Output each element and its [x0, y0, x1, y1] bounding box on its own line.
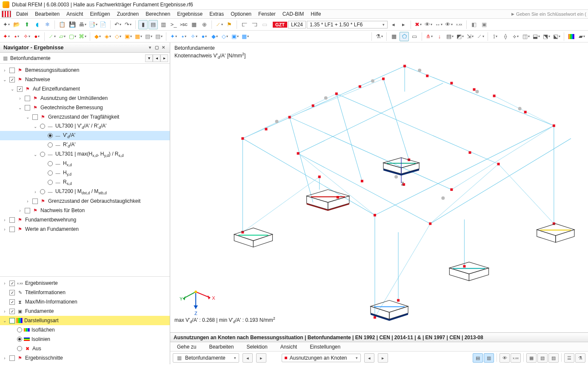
color-scale[interactable]	[567, 32, 576, 41]
dock-tool-grid1[interactable]: ▦	[526, 353, 537, 363]
tool-g[interactable]: ▨	[154, 32, 163, 41]
tool-f[interactable]: ▧	[144, 32, 153, 41]
menu-berechnen[interactable]: Berechnen	[142, 10, 174, 18]
menu-extras[interactable]: Extras	[206, 10, 227, 18]
panel3-button[interactable]: ▥	[159, 20, 168, 29]
new-button[interactable]: ✦	[2, 20, 11, 29]
subheader-next[interactable]: ▸	[160, 54, 168, 62]
load4[interactable]: ●	[200, 32, 209, 41]
dimension-button[interactable]: ↔	[434, 20, 443, 29]
loadcase3-button[interactable]: ▭	[260, 20, 269, 29]
tree-ergebniswerte[interactable]: Ergebniswerte	[25, 280, 58, 286]
tree-isoflaechen[interactable]: Isoflächen	[31, 327, 55, 333]
tree-isolinien[interactable]: Isolinien	[31, 336, 50, 342]
menu-datei[interactable]: Datei	[13, 10, 31, 18]
dock-tool-filter[interactable]: ☰	[564, 353, 574, 363]
view-filter[interactable]: ⚗	[374, 32, 384, 41]
load2[interactable]: ٭	[179, 32, 188, 41]
surface-tool[interactable]: ▱	[57, 32, 67, 41]
eye2-button[interactable]: 👁	[444, 20, 454, 29]
sup7[interactable]: ⬕	[552, 32, 561, 41]
tree-fundamentbewehrung[interactable]: Fundamentbewehrung	[25, 217, 76, 223]
measure-button[interactable]: ⟋	[214, 20, 224, 29]
tool-a[interactable]: ◆	[93, 32, 102, 41]
plausibility-button[interactable]: ⚑	[225, 20, 234, 29]
view-grid[interactable]: ▦	[389, 32, 399, 41]
redo-button[interactable]: ↷	[123, 20, 133, 29]
load7[interactable]: ▣	[230, 32, 240, 41]
tool-e[interactable]: ▦	[134, 32, 143, 41]
sup4[interactable]: ◫	[521, 32, 531, 41]
tree-rda[interactable]: R'd/A'	[63, 142, 76, 148]
dock-combo-module[interactable]: ▦ Betonfundamente ▾	[173, 353, 239, 363]
script-button[interactable]: >SC	[179, 20, 188, 29]
menu-zuordnen[interactable]: Zuordnen	[114, 10, 142, 18]
dock-tool-grid3[interactable]: ▨	[548, 353, 559, 363]
res1[interactable]: ⋔	[425, 32, 434, 41]
tree-hxd[interactable]: Hx,d	[63, 160, 72, 167]
menu-fenster[interactable]: Fenster	[255, 10, 279, 18]
eye1-button[interactable]: 👁	[424, 20, 433, 29]
tree-grenzzustand-tragfaehigkeit[interactable]: Grenzzustand der Tragfähigkeit	[48, 114, 119, 120]
tree-nachweise[interactable]: Nachweise	[25, 77, 50, 82]
tree-auf-einzelfundament[interactable]: Auf Einzelfundament	[33, 86, 80, 92]
model-viewport[interactable]: Betonfundamente Knotennachweis V'd/A' [N…	[170, 43, 588, 364]
solid-tool[interactable]: ▢	[68, 32, 77, 41]
subheader-dropdown[interactable]: ▾	[145, 54, 153, 62]
sup1[interactable]: ⟟	[491, 32, 500, 41]
cloud-button[interactable]: ◖	[32, 20, 42, 29]
tree-ul7200[interactable]: UL7200 | Mdst,d / Mstb,d	[55, 188, 107, 195]
tree-aus[interactable]: Aus	[32, 346, 41, 352]
result-tree[interactable]: ›⚑Bemessungssituationen ⌄⚑Nachweise ⌄⚑Au…	[0, 64, 170, 276]
node-tool[interactable]: ✦	[2, 32, 11, 41]
sup5[interactable]: ⬓	[531, 32, 541, 41]
tool-b[interactable]: ◈	[103, 32, 112, 41]
tree-vda[interactable]: V'd/A'	[63, 132, 75, 139]
undo-button[interactable]: ↶	[113, 20, 123, 29]
app-logo-icon[interactable]	[2, 11, 11, 17]
load8[interactable]: ▦	[240, 32, 250, 41]
menu-einfuegen[interactable]: Einfügen	[86, 10, 113, 18]
loadcombo-dropdown[interactable]: 1.35 * LF1 + 1.50 * LF6 ▾	[307, 21, 388, 28]
tree-maxmin[interactable]: Max/Min-Informationen	[25, 299, 77, 305]
member-tool[interactable]: ⟋	[47, 32, 57, 41]
tree-ul7301[interactable]: UL7301 | max(Hx,d, Hy,d) / Rs,d	[55, 151, 124, 158]
menu-bearbeiten[interactable]: Bearbeiten	[31, 10, 63, 18]
sup2[interactable]: ⟠	[501, 32, 510, 41]
dock-tool-filter2[interactable]: ⚗	[575, 353, 585, 363]
dock-prev1[interactable]: ◂	[243, 353, 253, 363]
dock-menu-goto[interactable]: Gehe zu	[174, 343, 200, 351]
menu-cad-bim[interactable]: CAD-BIM	[279, 10, 308, 18]
res5[interactable]: ⇲	[465, 32, 475, 41]
tree-hyd[interactable]: Hy,d	[63, 170, 71, 176]
dock-menu-view[interactable]: Ansicht	[277, 343, 300, 351]
loadcase1-button[interactable]: ⫍	[240, 20, 249, 29]
line-tool[interactable]: ٭	[12, 32, 21, 41]
upload-button[interactable]: ⬆	[22, 20, 31, 29]
label-xxx-button[interactable]: x.xx	[454, 20, 464, 29]
tree-werte-fundamente[interactable]: Werte an Fundamenten	[25, 226, 79, 232]
navigator-maximize-icon[interactable]: ▢	[154, 45, 160, 51]
model-3d-canvas[interactable]: X Y Z Z	[170, 43, 588, 332]
dock-next2[interactable]: ▸	[378, 353, 388, 363]
navigator-close-icon[interactable]: ✕	[160, 45, 166, 51]
view-proj[interactable]: ▭	[410, 32, 419, 41]
cube-button[interactable]: ◧	[469, 20, 479, 29]
tool-c[interactable]: ◇	[113, 32, 123, 41]
dock-tool-xxx[interactable]: x.xx	[511, 353, 521, 363]
print-button[interactable]: 🖶	[78, 20, 87, 29]
tool-d[interactable]: ▣	[123, 32, 133, 41]
load3[interactable]: ✧	[189, 32, 199, 41]
display-options-tree[interactable]: ›x.xxErgebniswerte ·✎Titelinformationen …	[0, 276, 170, 364]
tree-grenzzustand-gebrauch[interactable]: Grenzzustand der Gebrauchstauglichkeit	[48, 198, 140, 204]
prev-lc-button[interactable]: ◂	[388, 20, 398, 29]
panel2-button[interactable]: ▤	[148, 20, 158, 29]
dock-tool-grid2[interactable]: ▧	[537, 353, 548, 363]
copy-settings-button[interactable]: 📋	[57, 20, 67, 29]
navigator-dropdown-icon[interactable]: ▾	[147, 45, 153, 51]
tree-fundamente[interactable]: Fundamente	[25, 308, 54, 314]
subheader-prev[interactable]: ◂	[153, 54, 160, 62]
view-iso[interactable]: ⬠	[400, 32, 409, 41]
tree-bemessungssituationen[interactable]: Bemessungssituationen	[25, 67, 79, 73]
tree-titelinformationen[interactable]: Titelinformationen	[25, 289, 66, 295]
